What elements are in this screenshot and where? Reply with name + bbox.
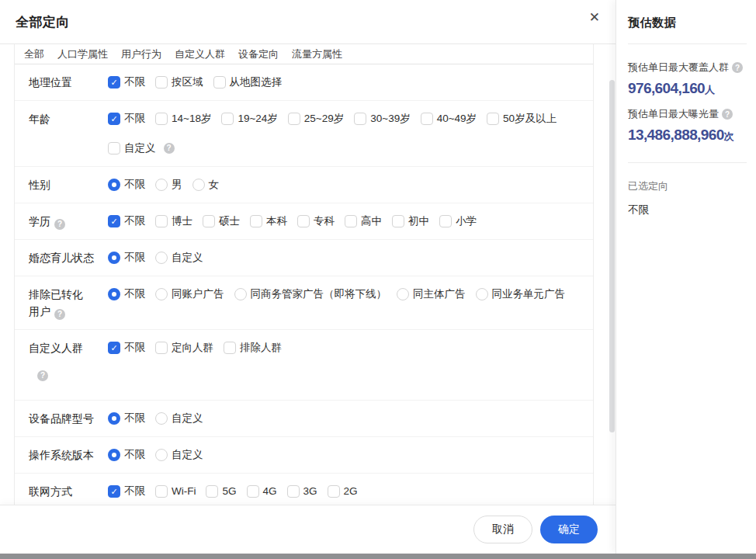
- checkbox-option-Wi-Fi[interactable]: Wi-Fi: [155, 483, 196, 500]
- help-icon[interactable]: ?: [732, 62, 743, 73]
- help-icon[interactable]: ?: [54, 309, 65, 320]
- help-icon[interactable]: ?: [722, 109, 733, 120]
- metric-max-coverage: 预估单日最大覆盖人群 ? 976,604,160人: [628, 61, 747, 97]
- checkbox-option-不限[interactable]: ✓不限: [108, 213, 145, 230]
- checkbox-option-2G[interactable]: 2G: [328, 483, 358, 500]
- radio-option-不限[interactable]: 不限: [108, 176, 145, 193]
- checkbox-option-不限[interactable]: ✓不限: [108, 483, 145, 500]
- option-label: 3G: [303, 483, 317, 500]
- row-options: ✓不限按区域从地图选择: [108, 74, 590, 91]
- radio-option-男[interactable]: 男: [155, 176, 182, 193]
- row-label: 排除已转化用户?: [29, 286, 108, 320]
- radio-option-同主体广告[interactable]: 同主体广告: [397, 286, 466, 303]
- checkbox-option-定向人群[interactable]: 定向人群: [155, 339, 213, 356]
- option-label: 25~29岁: [304, 110, 344, 127]
- option-label: 19~24岁: [238, 110, 277, 127]
- tab-用户行为[interactable]: 用户行为: [121, 47, 161, 61]
- cancel-button[interactable]: 取消: [473, 516, 532, 543]
- row-label: 设备品牌型号: [29, 410, 108, 427]
- checkbox-option-40~49岁[interactable]: 40~49岁: [421, 110, 477, 127]
- checkbox-option-自定义[interactable]: 自定义?: [108, 140, 175, 157]
- divider: [628, 43, 747, 44]
- help-icon[interactable]: ?: [54, 219, 65, 230]
- radio-icon: [192, 179, 205, 191]
- checkbox-option-本科[interactable]: 本科: [250, 213, 287, 230]
- close-icon[interactable]: ✕: [589, 11, 600, 24]
- checkbox-option-不限[interactable]: ✓不限: [108, 74, 145, 91]
- checkbox-option-排除人群[interactable]: 排除人群: [224, 339, 282, 356]
- checkbox-icon: [288, 113, 300, 125]
- checkbox-option-按区域[interactable]: 按区域: [155, 74, 203, 91]
- targeting-tabs: 全部人口学属性用户行为自定义人群设备定向流量方属性: [15, 44, 593, 64]
- checkbox-option-5G[interactable]: 5G: [206, 483, 236, 500]
- radio-option-不限[interactable]: 不限: [108, 286, 145, 303]
- checkbox-option-4G[interactable]: 4G: [247, 483, 277, 500]
- checkbox-option-3G[interactable]: 3G: [287, 483, 317, 500]
- option-label: 女: [209, 176, 220, 193]
- radio-option-不限[interactable]: 不限: [108, 410, 145, 427]
- tab-全部[interactable]: 全部: [24, 47, 44, 61]
- row-options: 不限自定义: [108, 249, 590, 266]
- checkbox-icon: [206, 485, 218, 498]
- checkbox-option-小学[interactable]: 小学: [439, 213, 477, 230]
- help-icon[interactable]: ?: [37, 370, 48, 381]
- checkbox-option-14~18岁[interactable]: 14~18岁: [155, 110, 211, 127]
- checkbox-icon: [250, 215, 262, 227]
- checkbox-option-专科[interactable]: 专科: [297, 213, 335, 230]
- checkbox-icon: [297, 215, 310, 227]
- checkbox-option-从地图选择[interactable]: 从地图选择: [213, 74, 283, 91]
- row-label: 学历?: [29, 213, 108, 230]
- option-label: 男: [172, 176, 182, 193]
- checkbox-option-博士[interactable]: 博士: [155, 213, 192, 230]
- checkbox-option-50岁及以上[interactable]: 50岁及以上: [487, 110, 557, 127]
- radio-option-自定义[interactable]: 自定义: [155, 446, 203, 464]
- confirm-button[interactable]: 确定: [540, 516, 598, 543]
- option-label: 定向人群: [172, 339, 213, 356]
- checkbox-icon: [155, 342, 168, 354]
- row-label: 性别: [29, 176, 108, 193]
- checkbox-option-30~39岁[interactable]: 30~39岁: [354, 110, 410, 127]
- tab-设备定向[interactable]: 设备定向: [238, 47, 279, 61]
- metric-max-coverage-label: 预估单日最大覆盖人群: [628, 61, 729, 75]
- radio-option-自定义[interactable]: 自定义: [155, 410, 203, 427]
- radio-option-不限[interactable]: 不限: [108, 446, 145, 464]
- metric-max-coverage-value: 976,604,160人: [628, 80, 747, 97]
- checkbox-icon: [487, 113, 499, 125]
- row-options: 不限同账户广告同商务管家广告（即将下线）同主体广告同业务单元广告: [108, 286, 590, 303]
- checkbox-option-不限[interactable]: ✓不限: [108, 339, 145, 356]
- checkbox-icon: ✓: [108, 215, 120, 227]
- radio-option-同业务单元广告[interactable]: 同业务单元广告: [476, 286, 566, 303]
- tab-人口学属性[interactable]: 人口学属性: [57, 47, 108, 61]
- option-label: 不限: [124, 483, 145, 500]
- radio-icon: [155, 412, 168, 425]
- page: 全部定向 ✕ 全部人口学属性用户行为自定义人群设备定向流量方属性 地理位置✓不限…: [0, 0, 756, 559]
- checkbox-icon: [345, 215, 357, 227]
- row-label: 操作系统版本: [29, 446, 108, 464]
- checkbox-option-19~24岁[interactable]: 19~24岁: [221, 110, 277, 127]
- option-label: 硕士: [219, 213, 240, 230]
- radio-icon: [155, 288, 168, 300]
- checkbox-option-高中[interactable]: 高中: [345, 213, 382, 230]
- checkbox-icon: [224, 342, 236, 354]
- option-label: 4G: [263, 483, 277, 500]
- option-label: Wi-Fi: [172, 483, 196, 500]
- radio-option-女[interactable]: 女: [192, 176, 220, 193]
- radio-option-同账户广告[interactable]: 同账户广告: [155, 286, 224, 303]
- radio-option-不限[interactable]: 不限: [108, 249, 145, 266]
- option-label: 5G: [222, 483, 236, 500]
- tab-自定义人群[interactable]: 自定义人群: [175, 47, 225, 61]
- targeting-row-年龄: 年龄✓不限14~18岁19~24岁25~29岁30~39岁40~49岁50岁及以…: [15, 101, 593, 167]
- checkbox-option-硕士[interactable]: 硕士: [203, 213, 240, 230]
- scrollbar-thumb[interactable]: [609, 80, 615, 432]
- radio-option-自定义[interactable]: 自定义: [155, 249, 203, 266]
- radio-option-同商务管家广告（即将下线）[interactable]: 同商务管家广告（即将下线）: [234, 286, 387, 303]
- checkbox-option-25~29岁[interactable]: 25~29岁: [288, 110, 344, 127]
- help-icon[interactable]: ?: [164, 143, 175, 154]
- checkbox-icon: [439, 215, 452, 227]
- checkbox-option-不限[interactable]: ✓不限: [108, 110, 145, 127]
- checkbox-option-初中[interactable]: 初中: [392, 213, 429, 230]
- option-label: 专科: [314, 213, 335, 230]
- checkbox-icon: ✓: [108, 76, 120, 89]
- row-label: 联网方式: [29, 483, 108, 500]
- tab-流量方属性[interactable]: 流量方属性: [292, 47, 342, 61]
